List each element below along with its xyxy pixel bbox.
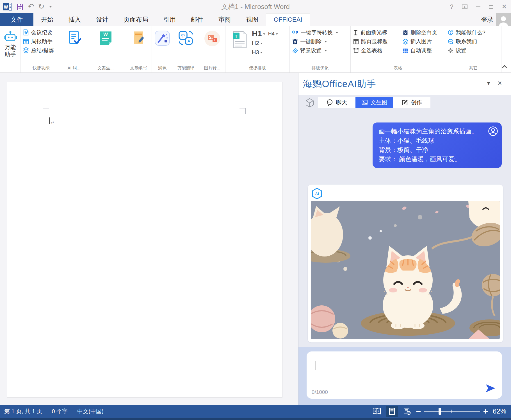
group-label: 万能翻译 bbox=[173, 65, 199, 72]
minimize-icon[interactable] bbox=[476, 6, 480, 7]
delete-blank-page-button[interactable]: 删除空白页 bbox=[400, 28, 444, 37]
close-icon[interactable]: ✕ bbox=[502, 3, 507, 10]
select-table-button[interactable]: 全选表格 bbox=[351, 46, 400, 55]
margin-mark-top-right bbox=[239, 108, 246, 114]
copywriting-button[interactable]: W bbox=[86, 30, 125, 46]
cross-page-title-button[interactable]: 跨页显标题 bbox=[351, 37, 400, 46]
layers-icon bbox=[402, 38, 409, 45]
read-mode-button[interactable] bbox=[371, 406, 383, 417]
ribbon-tab-row: 文件 开始 插入 设计 页面布局 引用 邮件 审阅 视图 OFFICEAI 登录 bbox=[0, 13, 511, 26]
sign-in[interactable]: 登录 bbox=[481, 13, 511, 26]
continue-writing-button[interactable] bbox=[125, 30, 152, 46]
char-convert-button[interactable]: 一键字符转换 bbox=[290, 28, 350, 37]
settings-button[interactable]: 设置 bbox=[445, 46, 501, 55]
heading4-button[interactable]: H4 bbox=[268, 31, 275, 37]
ai-proofread-button[interactable] bbox=[62, 30, 86, 46]
zoom-level[interactable]: 62% bbox=[493, 407, 506, 415]
page-indicator[interactable]: 第 1 页, 共 1 页 bbox=[4, 408, 42, 415]
group-translate: 中A 万能翻译 bbox=[173, 26, 199, 72]
background-dropdown-icon[interactable] bbox=[325, 50, 327, 53]
maximize-icon[interactable] bbox=[489, 5, 493, 9]
tab-view[interactable]: 视图 bbox=[238, 13, 266, 26]
document-page[interactable] bbox=[7, 82, 282, 398]
svg-text:周: 周 bbox=[25, 41, 27, 44]
web-layout-button[interactable] bbox=[401, 406, 413, 417]
tab-create[interactable]: 创作 bbox=[393, 97, 430, 108]
insert-cursor-front-button[interactable]: 前面插光标 bbox=[351, 28, 400, 37]
tab-references[interactable]: 引用 bbox=[156, 13, 183, 26]
doc-check-icon bbox=[67, 30, 81, 46]
insert-picture-button[interactable]: 插入图片 bbox=[400, 37, 444, 46]
tab-review[interactable]: 审阅 bbox=[211, 13, 238, 26]
tab-text-to-image[interactable]: 文生图 bbox=[355, 97, 393, 108]
one-key-delete-button[interactable]: 一键删除 bbox=[290, 37, 350, 46]
group-continue-writing: 文章续写 bbox=[125, 26, 152, 72]
prompt-input[interactable]: 0/1000 bbox=[307, 351, 502, 399]
h1-dropdown-icon[interactable] bbox=[263, 33, 265, 36]
word-app-icon[interactable]: W bbox=[3, 2, 12, 11]
one-key-delete-dropdown-icon[interactable] bbox=[325, 41, 327, 44]
summarize-button[interactable]: 总结/提炼 bbox=[20, 46, 62, 55]
zoom-out-icon[interactable] bbox=[416, 411, 421, 412]
heading2-button[interactable]: H2 bbox=[252, 40, 259, 46]
heading1-button[interactable]: H1 bbox=[252, 29, 262, 38]
collapse-ribbon-icon[interactable] bbox=[502, 65, 507, 70]
auto-adjust-button[interactable]: 自动调整 bbox=[400, 46, 444, 55]
redo-icon[interactable]: ↻ bbox=[38, 3, 45, 10]
delete-trash-icon bbox=[292, 38, 298, 45]
group-label: 排版优化 bbox=[290, 65, 350, 72]
image-to-text-button[interactable]: T bbox=[199, 30, 225, 47]
tab-chat[interactable]: 聊天 bbox=[318, 97, 355, 108]
translate-button[interactable]: 中A bbox=[173, 30, 199, 46]
what-can-i-do-button[interactable]: ? 我能做什么? bbox=[445, 28, 501, 37]
tab-page-layout[interactable]: 页面布局 bbox=[116, 13, 156, 26]
universal-assistant-button[interactable] bbox=[0, 30, 20, 44]
tab-file[interactable]: 文件 bbox=[0, 13, 33, 26]
svg-text:A: A bbox=[188, 39, 190, 43]
user-message-bubble: 画一幅小猫咪为主角的治愈系插画。 主体：小猫、毛线球 背景：极简、干净 要求： … bbox=[373, 122, 502, 168]
titlebar: W ↶ ↻ 文档1 - Microsoft Word ? ▲ ✕ bbox=[0, 0, 511, 13]
help-icon[interactable]: ? bbox=[450, 3, 453, 10]
generated-cat-image[interactable] bbox=[311, 201, 500, 339]
svg-text:中: 中 bbox=[181, 33, 185, 38]
model-cube-icon[interactable] bbox=[305, 98, 314, 109]
one-key-layout-button[interactable]: T bbox=[232, 31, 248, 65]
panel-collapse-icon[interactable] bbox=[485, 80, 492, 87]
word-count[interactable]: 0 个字 bbox=[52, 408, 68, 415]
tab-home[interactable]: 开始 bbox=[33, 13, 61, 26]
assistant-label-line2: 助手 bbox=[0, 51, 20, 58]
save-icon[interactable] bbox=[16, 3, 24, 11]
input-area: 0/1000 bbox=[298, 347, 511, 405]
weekly-report-button[interactable]: 周 周报助手 bbox=[20, 37, 62, 46]
background-settings-button[interactable]: 背景设置 bbox=[290, 46, 350, 55]
h2-dropdown-icon[interactable] bbox=[260, 43, 263, 45]
tab-officeai[interactable]: OFFICEAI bbox=[266, 13, 310, 26]
char-convert-dropdown-icon[interactable] bbox=[336, 32, 338, 35]
panel-close-icon[interactable] bbox=[496, 80, 503, 87]
ribbon-display-options-icon[interactable]: ▲ bbox=[462, 4, 467, 9]
h3-dropdown-icon[interactable] bbox=[260, 52, 263, 55]
officeai-panel: 海鹦OfficeAI助手 聊天 文生图 创作 bbox=[298, 73, 511, 405]
send-icon[interactable] bbox=[485, 383, 496, 394]
customize-quick-access-icon[interactable] bbox=[49, 6, 52, 9]
zoom-slider-thumb[interactable] bbox=[439, 408, 441, 415]
language-indicator[interactable]: 中文(中国) bbox=[77, 408, 103, 415]
contact-us-button[interactable]: 联系我们 bbox=[445, 37, 501, 46]
sign-in-label: 登录 bbox=[481, 15, 493, 24]
tab-design[interactable]: 设计 bbox=[88, 13, 116, 26]
delete-blank-trash-icon bbox=[402, 29, 409, 36]
tab-insert[interactable]: 插入 bbox=[61, 13, 88, 26]
h4-dropdown-icon[interactable] bbox=[276, 33, 278, 36]
window-title: 文档1 - Microsoft Word bbox=[0, 2, 511, 11]
assistant-label-line1: 万能 bbox=[0, 44, 20, 51]
undo-icon[interactable]: ↶ bbox=[28, 3, 34, 10]
document-workspace bbox=[0, 73, 298, 405]
print-layout-button[interactable] bbox=[386, 406, 398, 417]
zoom-slider[interactable] bbox=[424, 411, 480, 412]
heading3-button[interactable]: H3 bbox=[252, 49, 259, 56]
polish-button[interactable] bbox=[152, 30, 173, 46]
meeting-minutes-button[interactable]: 会议纪要 bbox=[20, 28, 62, 37]
tab-mailings[interactable]: 邮件 bbox=[183, 13, 211, 26]
zoom-in-icon[interactable] bbox=[483, 409, 488, 414]
avatar[interactable] bbox=[496, 13, 511, 26]
